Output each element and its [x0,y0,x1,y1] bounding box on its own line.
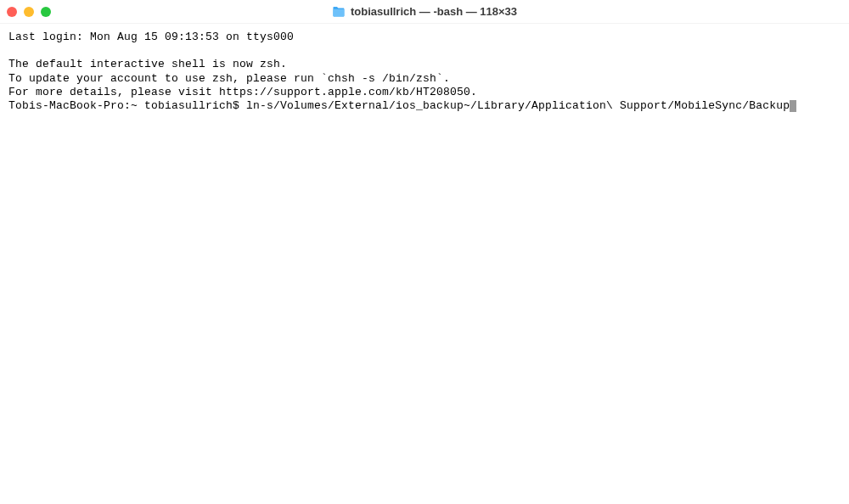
terminal-line-zsh-3: For more details, please visit https://s… [8,86,841,99]
terminal-command-input[interactable]: ln-s/Volumes/External/ios_backup~/Librar… [246,99,790,112]
terminal-blank-line [8,44,841,58]
folder-icon [332,6,346,18]
maximize-button[interactable] [41,7,51,17]
traffic-lights [7,7,51,17]
titlebar: tobiasullrich — -bash — 118×33 [0,0,849,24]
terminal-prompt: Tobis-MacBook-Pro:~ tobiasullrich$ [8,99,246,112]
terminal-body[interactable]: Last login: Mon Aug 15 09:13:53 on ttys0… [0,24,849,504]
terminal-window: tobiasullrich — -bash — 118×33 Last logi… [0,0,849,504]
terminal-prompt-line: Tobis-MacBook-Pro:~ tobiasullrich$ ln-s/… [8,99,841,113]
minimize-button[interactable] [24,7,34,17]
terminal-line-zsh-2: To update your account to use zsh, pleas… [8,72,841,86]
terminal-line-zsh-1: The default interactive shell is now zsh… [8,58,841,71]
terminal-line-last-login: Last login: Mon Aug 15 09:13:53 on ttys0… [8,31,841,44]
window-title-container: tobiasullrich — -bash — 118×33 [332,5,517,18]
close-button[interactable] [7,7,17,17]
window-title: tobiasullrich — -bash — 118×33 [351,5,517,18]
terminal-cursor [790,100,796,112]
